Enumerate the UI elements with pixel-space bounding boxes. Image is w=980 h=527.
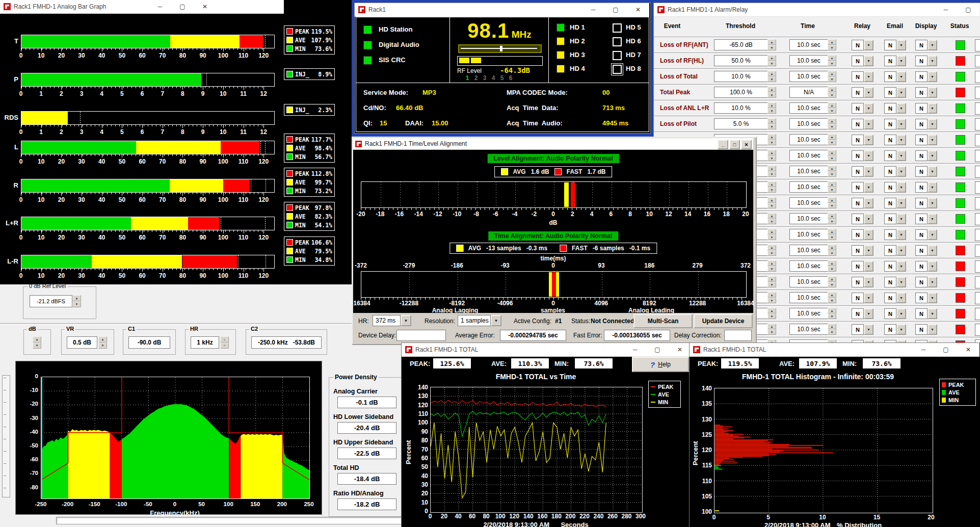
time-input[interactable]: 10.0 sec: [789, 292, 828, 303]
spin-down-icon[interactable]: ▼: [220, 342, 229, 349]
spin-down-icon[interactable]: ▼: [767, 76, 776, 82]
spin-down-icon[interactable]: ▼: [828, 171, 836, 177]
spin-up-icon[interactable]: ▲: [767, 292, 776, 298]
threshold-input[interactable]: 10.0 %: [714, 71, 768, 82]
edge-input[interactable]: [975, 181, 980, 194]
edge-input[interactable]: [975, 150, 980, 162]
spinner[interactable]: ▲▼: [828, 39, 836, 50]
spinner[interactable]: ▲▼: [767, 276, 776, 287]
display-dropdown[interactable]: N▼: [915, 135, 937, 145]
threshold-input[interactable]: 50.0 %: [714, 55, 768, 66]
relay-dropdown[interactable]: N▼: [852, 135, 873, 145]
chevron-down-icon[interactable]: ▼: [401, 315, 411, 326]
spinner[interactable]: ▲▼: [828, 276, 836, 287]
time-input[interactable]: N/A: [789, 87, 828, 98]
minimize-button[interactable]: _: [718, 140, 728, 149]
spin-up-icon[interactable]: ▲: [828, 71, 836, 76]
spinner[interactable]: ▲▼: [828, 134, 836, 145]
time-input[interactable]: 10.0 sec: [789, 308, 828, 319]
slider-thumb[interactable]: [500, 46, 502, 51]
time-input[interactable]: 10.0 sec: [789, 229, 828, 240]
display-dropdown[interactable]: N▼: [915, 277, 937, 287]
spinner[interactable]: ▲▼: [767, 166, 776, 177]
display-dropdown[interactable]: N▼: [915, 198, 937, 208]
ref-level-spinner[interactable]: ▲ ▼: [72, 295, 81, 307]
group-input[interactable]: 0.5 dB: [67, 336, 97, 349]
spin-up-icon[interactable]: ▲: [828, 197, 836, 203]
spinner[interactable]: ▲▼: [767, 229, 776, 240]
edge-input[interactable]: [975, 276, 980, 288]
display-dropdown[interactable]: N▼: [915, 182, 937, 193]
spin-down-icon[interactable]: ▼: [828, 108, 836, 114]
edge-input[interactable]: [975, 213, 980, 225]
horizontal-scrollbar[interactable]: [56, 517, 404, 524]
email-dropdown[interactable]: N▼: [884, 198, 906, 208]
spin-up-icon[interactable]: ▲: [828, 102, 836, 108]
email-dropdown[interactable]: N▼: [884, 214, 906, 224]
spinner[interactable]: ▲▼: [828, 292, 836, 303]
spin-down-icon[interactable]: ▼: [767, 92, 776, 98]
spin-up-icon[interactable]: ▲: [828, 276, 836, 282]
spin-up-icon[interactable]: ▲: [767, 166, 776, 171]
maximize-button[interactable]: ▢: [935, 343, 957, 356]
spin-up-icon[interactable]: ▲: [828, 260, 836, 266]
close-button[interactable]: ✕: [669, 343, 691, 356]
spin-down-icon[interactable]: ▼: [828, 298, 836, 303]
email-dropdown[interactable]: N▼: [884, 245, 906, 256]
display-dropdown[interactable]: N▼: [915, 214, 937, 224]
help-button[interactable]: ? Help: [632, 357, 689, 372]
spin-down-icon[interactable]: ▼: [767, 282, 776, 287]
spin-up-icon[interactable]: ▲: [767, 213, 776, 219]
display-dropdown[interactable]: N▼: [915, 150, 937, 161]
device-delay-input[interactable]: [396, 330, 446, 341]
spinner[interactable]: ▲▼: [767, 197, 776, 208]
edge-input[interactable]: [975, 292, 980, 304]
time-input[interactable]: 10.0 sec: [789, 102, 828, 114]
edge-input[interactable]: [975, 308, 980, 320]
maximize-button[interactable]: ▢: [604, 3, 627, 16]
email-dropdown[interactable]: N▼: [884, 150, 906, 161]
spin-up-icon[interactable]: ▲: [767, 118, 776, 124]
edge-input[interactable]: [975, 102, 980, 115]
spin-up-icon[interactable]: ▲: [767, 229, 776, 234]
spinner[interactable]: ▲▼: [767, 118, 776, 129]
update-device-button[interactable]: Update Device: [694, 314, 753, 328]
spin-down-icon[interactable]: ▼: [33, 342, 41, 349]
spin-down-icon[interactable]: ▼: [98, 342, 107, 349]
threshold-input[interactable]: -65.0 dB: [714, 39, 768, 50]
email-dropdown[interactable]: N▼: [884, 166, 906, 177]
spin-up-icon[interactable]: ▲: [828, 150, 836, 155]
spin-up-icon[interactable]: ▲: [767, 102, 776, 108]
tune-slider[interactable]: [458, 44, 542, 53]
edge-input[interactable]: [975, 324, 980, 336]
spin-up-icon[interactable]: ▲: [767, 150, 776, 155]
time-input[interactable]: 10.0 sec: [789, 55, 828, 66]
email-dropdown[interactable]: N▼: [884, 229, 906, 240]
maximize-button[interactable]: □: [729, 140, 740, 149]
spinner[interactable]: ▲▼: [767, 134, 776, 145]
spinner[interactable]: ▲▼: [828, 229, 836, 240]
display-dropdown[interactable]: N▼: [915, 308, 937, 319]
edge-input[interactable]: [975, 118, 980, 130]
spinner[interactable]: ▲▼: [828, 55, 836, 66]
minimize-button[interactable]: ─: [912, 343, 935, 356]
spin-down-icon[interactable]: ▼: [767, 329, 776, 335]
threshold-input[interactable]: 100.0 %: [714, 87, 768, 98]
edge-input[interactable]: [975, 39, 980, 51]
relay-dropdown[interactable]: N▼: [852, 87, 873, 98]
spinner[interactable]: ▲▼: [767, 245, 776, 256]
ref-level-input[interactable]: -21.2 dBFS: [30, 295, 72, 307]
spin-up-icon[interactable]: ▲: [767, 245, 776, 250]
hd-channel-indicator[interactable]: [613, 23, 622, 33]
hd-channel-indicator[interactable]: [613, 65, 622, 74]
spin-down-icon[interactable]: ▼: [828, 282, 836, 287]
email-dropdown[interactable]: N▼: [884, 71, 906, 82]
spin-down-icon[interactable]: ▼: [767, 155, 776, 161]
edge-input[interactable]: [975, 260, 980, 273]
relay-dropdown[interactable]: N▼: [852, 182, 873, 193]
email-dropdown[interactable]: N▼: [884, 277, 906, 287]
spinner[interactable]: ▲▼: [767, 213, 776, 224]
display-dropdown[interactable]: N▼: [915, 293, 937, 303]
email-dropdown[interactable]: N▼: [884, 119, 906, 129]
spinner[interactable]: ▲▼: [767, 150, 776, 161]
